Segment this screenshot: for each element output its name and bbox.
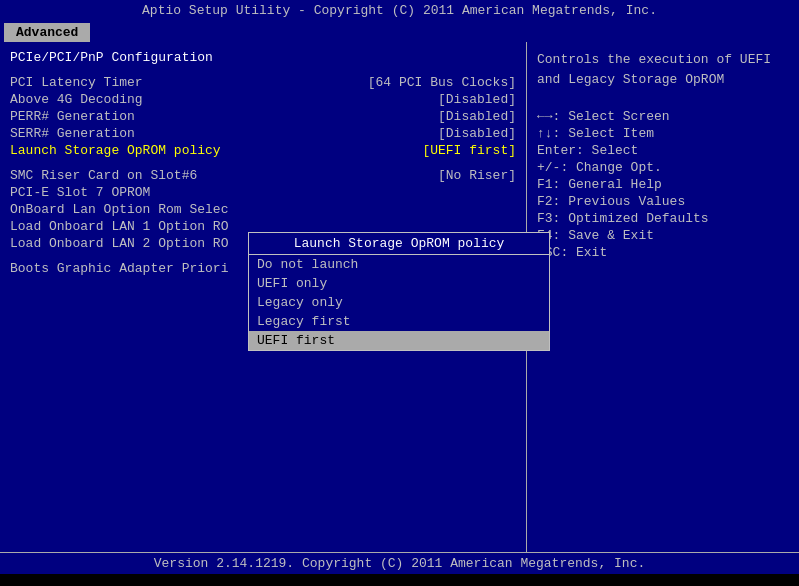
keybind-f1: F1: General Help	[537, 177, 789, 192]
value-smc-riser: [No Riser]	[438, 168, 516, 183]
footer-text: Version 2.14.1219. Copyright (C) 2011 Am…	[154, 556, 645, 571]
help-text: Controls the execution of UEFI and Legac…	[537, 50, 789, 89]
keybind-section: ←→: Select Screen ↑↓: Select Item Enter:…	[537, 109, 789, 260]
value-serr: [Disabled]	[438, 126, 516, 141]
config-row-serr[interactable]: SERR# Generation [Disabled]	[10, 126, 516, 141]
keybind-esc: ESC: Exit	[537, 245, 789, 260]
dropdown-item-4[interactable]: UEFI first	[249, 331, 549, 350]
keybind-f3: F3: Optimized Defaults	[537, 211, 789, 226]
config-row-launch-storage[interactable]: Launch Storage OpROM policy [UEFI first]	[10, 143, 516, 158]
config-row-onboard-lan[interactable]: OnBoard Lan Option Rom Selec	[10, 202, 516, 217]
tab-advanced[interactable]: Advanced	[4, 23, 90, 42]
value-above4g: [Disabled]	[438, 92, 516, 107]
config-row-smc-riser[interactable]: SMC Riser Card on Slot#6 [No Riser]	[10, 168, 516, 183]
main-area: PCIe/PCI/PnP Configuration PCI Latency T…	[0, 42, 799, 552]
label-pci-latency: PCI Latency Timer	[10, 75, 143, 90]
left-panel: PCIe/PCI/PnP Configuration PCI Latency T…	[0, 42, 527, 552]
config-row-pcie-slot7[interactable]: PCI-E Slot 7 OPROM	[10, 185, 516, 200]
right-panel: Controls the execution of UEFI and Legac…	[527, 42, 799, 552]
keybind-f2: F2: Previous Values	[537, 194, 789, 209]
config-row-above4g[interactable]: Above 4G Decoding [Disabled]	[10, 92, 516, 107]
section-title: PCIe/PCI/PnP Configuration	[10, 50, 516, 65]
value-pci-latency: [64 PCI Bus Clocks]	[368, 75, 516, 90]
title-bar: Aptio Setup Utility - Copyright (C) 2011…	[0, 0, 799, 21]
keybind-change-opt: +/-: Change Opt.	[537, 160, 789, 175]
label-onboard-lan: OnBoard Lan Option Rom Selec	[10, 202, 228, 217]
footer-bar: Version 2.14.1219. Copyright (C) 2011 Am…	[0, 552, 799, 574]
value-perr: [Disabled]	[438, 109, 516, 124]
keybind-select-item: ↑↓: Select Item	[537, 126, 789, 141]
dropdown-item-2[interactable]: Legacy only	[249, 293, 549, 312]
config-row-perr[interactable]: PERR# Generation [Disabled]	[10, 109, 516, 124]
config-row-pci-latency[interactable]: PCI Latency Timer [64 PCI Bus Clocks]	[10, 75, 516, 90]
tab-row: Advanced	[0, 21, 799, 42]
keybind-f4: F4: Save & Exit	[537, 228, 789, 243]
keybind-select-screen: ←→: Select Screen	[537, 109, 789, 124]
label-above4g: Above 4G Decoding	[10, 92, 143, 107]
label-lan2: Load Onboard LAN 2 Option RO	[10, 236, 228, 251]
dropdown-item-3[interactable]: Legacy first	[249, 312, 549, 331]
dropdown-overlay: Launch Storage OpROM policy Do not launc…	[248, 232, 550, 351]
label-boots-graphic: Boots Graphic Adapter Priori	[10, 261, 228, 276]
dropdown-title: Launch Storage OpROM policy	[249, 233, 549, 255]
value-launch-storage: [UEFI first]	[422, 143, 516, 158]
label-serr: SERR# Generation	[10, 126, 135, 141]
label-pcie-slot7: PCI-E Slot 7 OPROM	[10, 185, 150, 200]
label-launch-storage: Launch Storage OpROM policy	[10, 143, 221, 158]
keybind-enter-select: Enter: Select	[537, 143, 789, 158]
label-perr: PERR# Generation	[10, 109, 135, 124]
dropdown-item-0[interactable]: Do not launch	[249, 255, 549, 274]
label-smc-riser: SMC Riser Card on Slot#6	[10, 168, 197, 183]
dropdown-item-1[interactable]: UEFI only	[249, 274, 549, 293]
title-text: Aptio Setup Utility - Copyright (C) 2011…	[142, 3, 657, 18]
label-lan1: Load Onboard LAN 1 Option RO	[10, 219, 228, 234]
